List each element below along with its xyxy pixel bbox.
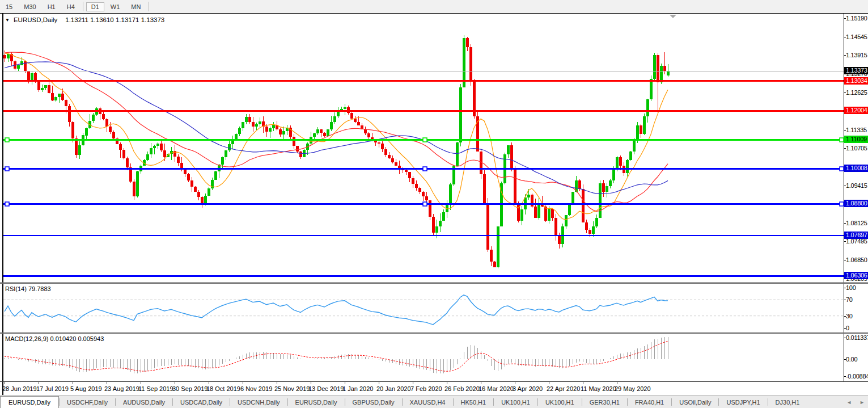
tab-dj30-h1[interactable]: DJ30,H1 (768, 396, 807, 408)
hline-1.13034[interactable] (3, 80, 844, 82)
price-axis-label: 1.14545 (846, 33, 868, 41)
date-label: 26 Feb 2020 (444, 385, 480, 392)
price-axis-label: 1.10705 (846, 145, 868, 152)
price-axis-label: 1.12625 (846, 89, 868, 96)
price-axis-label: 1.09415 (846, 182, 868, 190)
hline-handle-1.08800-0[interactable] (5, 202, 9, 206)
price-badge-1.11009: 1.11009 (844, 136, 868, 143)
chart-ohlc-values: 1.13211 1.13610 1.13171 1.13373 (65, 16, 164, 23)
tab-gbpusd-daily[interactable]: GBPUSD,Daily (345, 396, 402, 408)
price-axis-label: 1.11335 (846, 127, 868, 134)
hline-handle-1.10008-0[interactable] (5, 167, 9, 171)
chart-shift-marker-icon[interactable] (670, 15, 676, 18)
tab-usdcad-daily[interactable]: USDCAD,Daily (173, 396, 230, 408)
hline-handle-1.08800-2[interactable] (840, 202, 844, 206)
tab-eurusd-daily[interactable]: EURUSD,Daily (0, 396, 59, 408)
hline-handle-1.11009-2[interactable] (840, 138, 844, 142)
date-label: 28 Jun 2019 (2, 385, 37, 392)
price-badge-1.13034: 1.13034 (844, 77, 868, 85)
chart-title: ▼ EURUSD,Daily 1.13211 1.13610 1.13171 1… (5, 16, 164, 23)
hline-handle-1.10008-1[interactable] (423, 167, 427, 171)
hline-handle-1.11009-0[interactable] (5, 138, 9, 142)
date-label: 17 Jul 2019 (36, 385, 69, 392)
bull-candle-bodies (7, 38, 670, 267)
current-price-badge: 1.13373 (844, 67, 868, 74)
date-label: 13 Dec 2019 (308, 385, 344, 392)
hline-1.12004[interactable] (3, 110, 844, 112)
date-label: 20 Jan 2020 (376, 385, 411, 392)
moving-average-10 (5, 53, 668, 220)
price-axis-label: 1.13915 (846, 52, 868, 59)
date-label: 22 Apr 2020 (547, 385, 580, 392)
price-badge-1.06306: 1.06306 (844, 272, 868, 279)
rsi-axis-label: 70 (846, 296, 868, 304)
rsi-axis-label: 30 (846, 313, 868, 320)
bull-candle-wicks (9, 35, 668, 268)
tab-usoil-daily[interactable]: USOil,Daily (672, 396, 718, 408)
price-axis-label: 1.15190 (846, 15, 868, 22)
date-label: 11 Sep 2019 (138, 385, 173, 392)
chart-symbol-label: EURUSD,Daily (14, 16, 57, 23)
date-label: 18 Oct 2019 (206, 385, 240, 392)
date-label: 5 Aug 2019 (70, 385, 102, 392)
tab-xauusd-h4[interactable]: XAUUSD,H4 (403, 396, 453, 408)
tab-scroll-arrows: ◄ ► (846, 396, 865, 408)
price-badge-1.10008: 1.10008 (844, 165, 868, 172)
hline-handle-1.10008-2[interactable] (840, 167, 844, 171)
chart-dropdown-icon[interactable]: ▼ (5, 18, 10, 23)
hline-1.06306[interactable] (3, 275, 844, 277)
tab-audusd-daily[interactable]: AUDUSD,Daily (116, 396, 172, 408)
date-label: 11 May 2020 (581, 385, 616, 392)
chart-canvas[interactable] (0, 0, 868, 408)
price-badge-1.08800: 1.08800 (844, 200, 868, 207)
macd-axis-label: 0.00 (846, 356, 868, 363)
tab-hk50-h1[interactable]: HK50,H1 (454, 396, 494, 408)
date-label: 3 Apr 2020 (513, 385, 543, 392)
tab-scroll-left-icon[interactable]: ◄ (846, 399, 852, 405)
application-window: 15M30H1H4D1W1MN ▼ EURUSD,Daily 1.13211 1… (0, 0, 868, 408)
rsi-label: RSI(14) 79.7883 (5, 285, 51, 292)
time-axis-ticks (5, 382, 617, 384)
macd-signal-line (5, 341, 668, 371)
tab-uk100-h1[interactable]: UK100,H1 (538, 396, 582, 408)
bear-candle-bodies (3, 38, 666, 267)
price-badge-1.07697: 1.07697 (844, 232, 868, 239)
tab-usdcnh-daily[interactable]: USDCNH,Daily (230, 396, 287, 408)
hline-handle-1.08800-1[interactable] (423, 202, 427, 206)
rsi-line (5, 295, 668, 325)
rsi-axis-label: 0 (846, 325, 868, 332)
date-label: 7 Feb 2020 (410, 385, 442, 392)
hline-handle-1.11009-1[interactable] (423, 138, 427, 142)
hline-1.07697[interactable] (3, 235, 844, 236)
date-label: 6 Nov 2019 (240, 385, 272, 392)
price-axis-label: 1.08125 (846, 220, 868, 227)
tab-eurusd-daily[interactable]: EURUSD,Daily (288, 396, 345, 408)
date-label: 30 Sep 2019 (172, 385, 208, 392)
tab-scroll-right-icon[interactable]: ► (859, 399, 865, 405)
tab-ger30-h1[interactable]: GER30,H1 (582, 396, 627, 408)
macd-label: MACD(12,26,9) 0.010420 0.005943 (5, 335, 104, 342)
rsi-axis-label: 100 (846, 284, 868, 292)
date-label: 29 May 2020 (615, 385, 651, 392)
price-badge-1.12004: 1.12004 (844, 107, 868, 114)
date-label: 25 Nov 2019 (274, 385, 310, 392)
date-label: 1 Jan 2020 (342, 385, 373, 392)
tab-uk100-h1[interactable]: UK100,H1 (494, 396, 537, 408)
date-label: 16 Mar 2020 (479, 385, 514, 392)
tab-usdchf-daily[interactable]: USDCHF,Daily (60, 396, 115, 408)
macd-histogram (5, 337, 668, 373)
date-label: 23 Aug 2019 (104, 385, 139, 392)
macd-axis-label: -0.008848 (846, 373, 868, 380)
tab-fra40-h1[interactable]: FRA40,H1 (628, 396, 671, 408)
price-axis-label: 1.06850 (846, 256, 868, 264)
tab-usdjpy-h1[interactable]: USDJPY,H1 (719, 396, 767, 408)
symbol-tab-bar: EURUSD,DailyUSDCHF,DailyAUDUSD,DailyUSDC… (0, 396, 868, 408)
macd-axis-label: 0.011337 (846, 334, 868, 342)
